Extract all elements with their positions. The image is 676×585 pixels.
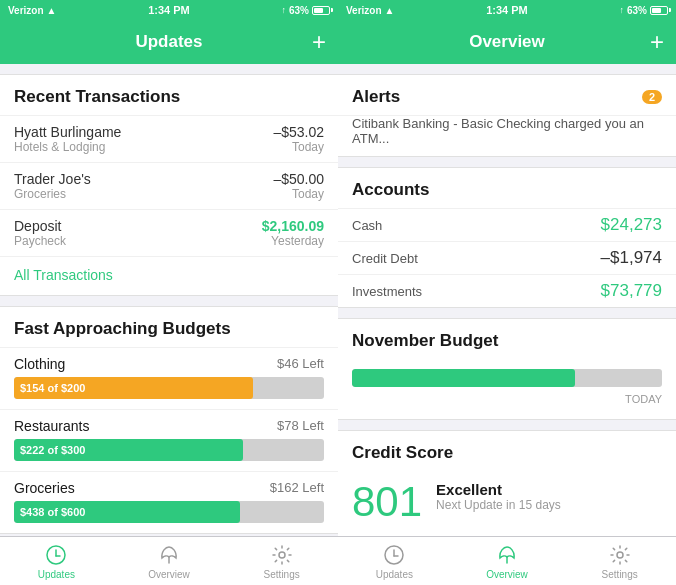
- tx-name-2: Deposit: [14, 218, 66, 234]
- svg-point-9: [617, 552, 623, 558]
- left-battery-pct: 63%: [289, 5, 309, 16]
- tx-name-1: Trader Joe's: [14, 171, 91, 187]
- credit-score-card: Credit Score 801 Excellent Next Update i…: [338, 430, 676, 536]
- tx-amount-0: –$53.02: [273, 124, 324, 140]
- account-value-0: $24,273: [601, 215, 662, 235]
- budget-name-1: Restaurants: [14, 418, 89, 434]
- tx-amount-2: $2,160.09: [262, 218, 324, 234]
- budget-progress-wrap: TODAY: [338, 359, 676, 419]
- tab-settings-label: Settings: [264, 569, 300, 580]
- tx-category-0: Hotels & Lodging: [14, 140, 121, 154]
- right-wifi-icon: ▲: [385, 5, 395, 16]
- right-tab-updates[interactable]: Updates: [338, 537, 451, 585]
- right-tab-settings[interactable]: Settings: [563, 537, 676, 585]
- svg-point-4: [279, 552, 285, 558]
- credit-score-next: Next Update in 15 days: [436, 498, 561, 512]
- left-content: Recent Transactions Hyatt Burlingame Hot…: [0, 64, 338, 536]
- right-tab-overview-label: Overview: [486, 569, 528, 580]
- account-name-2: Investments: [352, 284, 422, 299]
- left-time: 1:34 PM: [148, 4, 190, 16]
- right-tab-settings-label: Settings: [602, 569, 638, 580]
- account-row-investments: Investments $73,779: [338, 274, 676, 307]
- tx-category-2: Paycheck: [14, 234, 66, 248]
- budget-left-2: $162 Left: [270, 480, 324, 496]
- table-row: Deposit Paycheck $2,160.09 Yesterday: [0, 209, 338, 256]
- left-add-button[interactable]: +: [312, 30, 326, 54]
- left-battery-icon: [312, 6, 330, 15]
- left-tab-bar: Updates Overview Settings: [0, 536, 338, 585]
- all-transactions-link[interactable]: All Transactions: [0, 256, 338, 295]
- tx-amount-1: –$50.00: [273, 171, 324, 187]
- table-row: Trader Joe's Groceries –$50.00 Today: [0, 162, 338, 209]
- right-content: Alerts 2 Citibank Banking - Basic Checki…: [338, 64, 676, 536]
- right-tab-updates-label: Updates: [376, 569, 413, 580]
- leaf-icon: [157, 543, 181, 567]
- budget-bar-label-1: $222 of $300: [20, 444, 85, 456]
- right-tab-overview[interactable]: Overview: [451, 537, 564, 585]
- budget-left-0: $46 Left: [277, 356, 324, 372]
- left-nav-bar: Updates +: [0, 20, 338, 64]
- account-value-1: –$1,974: [601, 248, 662, 268]
- account-name-1: Credit Debt: [352, 251, 418, 266]
- recent-transactions-heading: Recent Transactions: [0, 75, 338, 115]
- right-status-bar: Verizon ▲ 1:34 PM ↑ 63%: [338, 0, 676, 20]
- credit-score-number: 801: [352, 481, 422, 523]
- table-row: Hyatt Burlingame Hotels & Lodging –$53.0…: [0, 115, 338, 162]
- accounts-card: Accounts Cash $24,273 Credit Debt –$1,97…: [338, 167, 676, 308]
- gear-icon: [270, 543, 294, 567]
- left-nav-title: Updates: [135, 32, 202, 52]
- tab-overview-label: Overview: [148, 569, 190, 580]
- right-status-right: ↑ 63%: [619, 5, 668, 16]
- left-wifi-icon: ▲: [47, 5, 57, 16]
- alerts-header: Alerts 2: [338, 75, 676, 115]
- left-status-bar: Verizon ▲ 1:34 PM ↑ 63%: [0, 0, 338, 20]
- clock-icon: [44, 543, 68, 567]
- budget-bar-label-2: $438 of $600: [20, 506, 85, 518]
- budgets-heading: Fast Approaching Budgets: [0, 307, 338, 347]
- tab-updates-label: Updates: [38, 569, 75, 580]
- budget-bar-bg-0: $154 of $200: [14, 377, 324, 399]
- tx-category-1: Groceries: [14, 187, 91, 201]
- budget-bar-fill-2: $438 of $600: [14, 501, 240, 523]
- tx-date-2: Yesterday: [262, 234, 324, 248]
- november-budget-card: November Budget TODAY: [338, 318, 676, 420]
- tab-updates[interactable]: Updates: [0, 537, 113, 585]
- budgets-card: Fast Approaching Budgets Clothing $46 Le…: [0, 306, 338, 534]
- alerts-text: Citibank Banking - Basic Checking charge…: [338, 115, 676, 156]
- right-time: 1:34 PM: [486, 4, 528, 16]
- left-screen: Verizon ▲ 1:34 PM ↑ 63% Updates + Recent…: [0, 0, 338, 585]
- budget-row-clothing: Clothing $46 Left $154 of $200: [0, 347, 338, 409]
- account-name-0: Cash: [352, 218, 382, 233]
- budget-bar-bg-1: $222 of $300: [14, 439, 324, 461]
- right-screen: Verizon ▲ 1:34 PM ↑ 63% Overview + Alert…: [338, 0, 676, 585]
- tab-overview[interactable]: Overview: [113, 537, 226, 585]
- credit-score-rating: Excellent: [436, 481, 561, 498]
- alerts-card: Alerts 2 Citibank Banking - Basic Checki…: [338, 74, 676, 157]
- right-nav-title: Overview: [469, 32, 545, 52]
- budget-prog-bar-fill: [352, 369, 575, 387]
- alerts-badge: 2: [642, 90, 662, 104]
- right-tab-bar: Updates Overview Settings: [338, 536, 676, 585]
- right-clock-icon: [382, 543, 406, 567]
- budget-bar-fill-0: $154 of $200: [14, 377, 253, 399]
- right-gear-icon: [608, 543, 632, 567]
- tx-date-1: Today: [273, 187, 324, 201]
- right-status-left: Verizon ▲: [346, 5, 394, 16]
- right-nav-bar: Overview +: [338, 20, 676, 64]
- budget-heading: November Budget: [338, 319, 676, 359]
- budget-bar-fill-1: $222 of $300: [14, 439, 243, 461]
- left-status-right: ↑ 63%: [281, 5, 330, 16]
- budget-bar-label-0: $154 of $200: [20, 382, 85, 394]
- right-add-button[interactable]: +: [650, 30, 664, 54]
- budget-row-restaurants: Restaurants $78 Left $222 of $300: [0, 409, 338, 471]
- budget-row-groceries: Groceries $162 Left $438 of $600: [0, 471, 338, 533]
- right-leaf-icon: [495, 543, 519, 567]
- budget-bar-bg-2: $438 of $600: [14, 501, 324, 523]
- tab-settings[interactable]: Settings: [225, 537, 338, 585]
- right-battery-icon: [650, 6, 668, 15]
- account-row-credit: Credit Debt –$1,974: [338, 241, 676, 274]
- credit-score-section: 801 Excellent Next Update in 15 days: [338, 471, 676, 536]
- credit-score-heading: Credit Score: [338, 431, 676, 471]
- alerts-heading: Alerts: [352, 87, 400, 107]
- account-value-2: $73,779: [601, 281, 662, 301]
